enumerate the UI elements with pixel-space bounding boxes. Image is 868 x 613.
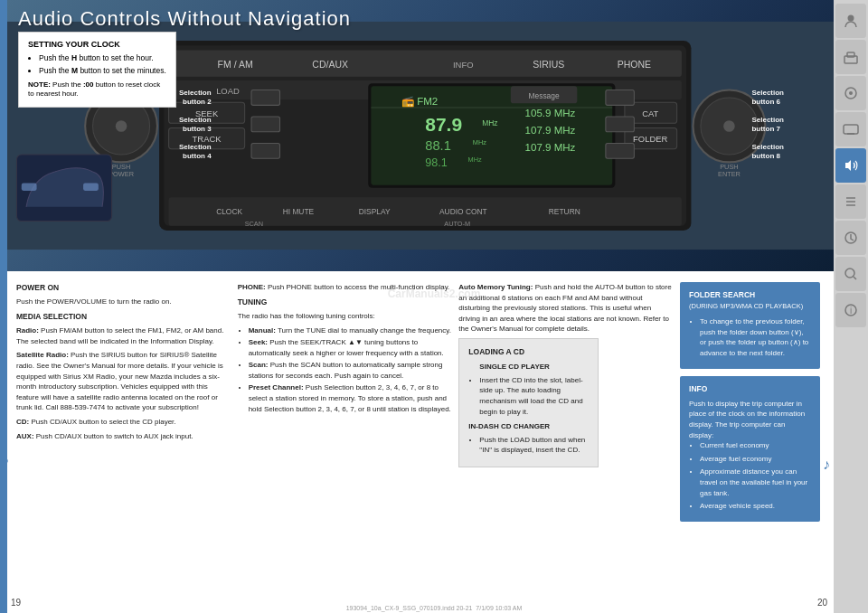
left-accent-bar xyxy=(0,0,7,613)
phone-text: PHONE: Push PHONE button to access the m… xyxy=(238,282,452,293)
svg-rect-49 xyxy=(606,117,635,132)
sel-btn-8-label: Selectionbutton 8 xyxy=(751,143,784,162)
media-selection-heading: MEDIA SELECTION xyxy=(16,311,231,322)
media-cd-text: CD: Push CD/AUX button to select the CD … xyxy=(16,417,231,428)
folder-search-heading: FOLDER SEARCH(during MP3/WMA CD playback… xyxy=(689,289,811,312)
sidebar-tab-7[interactable] xyxy=(835,257,866,291)
power-on-text: Push the POWER/VOLUME to turn the radio … xyxy=(16,297,231,307)
sidebar-tab-3[interactable] xyxy=(835,76,866,110)
clock-bullet-2: Push the M button to set the minutes. xyxy=(39,66,166,76)
clock-box-list: Push the H button to set the hour. Push … xyxy=(39,53,166,76)
single-cd-text: Insert the CD into the slot, label-side … xyxy=(479,375,589,417)
svg-text:INFO: INFO xyxy=(453,60,474,70)
svg-text:HI MUTE: HI MUTE xyxy=(283,207,315,216)
sidebar-tab-8[interactable]: i xyxy=(835,293,866,327)
tuning-manual: Manual: Turn the TUNE dial to manually c… xyxy=(249,325,452,336)
svg-text:RETURN: RETURN xyxy=(549,207,580,216)
auto-memory-text: Auto Memory Tuning: Push and hold the AU… xyxy=(458,282,673,335)
svg-rect-70 xyxy=(22,184,37,191)
tuning-heading: TUNING xyxy=(238,297,452,307)
indash-text: Push the LOAD button and when "IN" is di… xyxy=(479,435,589,456)
sel-btn-2-label: Selectionbutton 2 xyxy=(179,89,212,108)
svg-point-8 xyxy=(845,269,854,278)
sel-btn-6-label: Selectionbutton 6 xyxy=(751,89,784,108)
svg-text:Message: Message xyxy=(529,91,560,100)
info-list: Current fuel economy Average fuel econom… xyxy=(700,440,811,512)
sidebar-tab-1[interactable] xyxy=(835,4,866,38)
svg-text:CAT: CAT xyxy=(642,108,658,118)
svg-text:107.9 MHz: 107.9 MHz xyxy=(525,142,576,153)
tuning-preset: Preset Channel: Push Selection button 2,… xyxy=(249,382,452,414)
svg-point-0 xyxy=(848,15,854,22)
page-title: Audio Controls Without Navigation xyxy=(18,7,351,31)
info-bullet4: Average vehicle speed. xyxy=(700,501,811,512)
sel-btn-4-label: Selectionbutton 4 xyxy=(179,143,212,162)
sidebar-tab-5[interactable] xyxy=(835,184,866,219)
svg-point-61 xyxy=(116,120,127,132)
music-note-right-icon: ♪ xyxy=(823,457,830,473)
svg-text:POWER: POWER xyxy=(108,170,134,178)
main-content: Audio Controls Without Navigation FM / A… xyxy=(7,0,834,613)
top-section: Audio Controls Without Navigation FM / A… xyxy=(7,0,834,271)
footer-file-info: 193094_10a_CX-9_SSG_070109.indd 20-21 7/… xyxy=(346,605,523,611)
page-number-left: 19 xyxy=(11,598,21,608)
svg-text:SIRIUS: SIRIUS xyxy=(533,59,564,70)
svg-text:105.9 MHz: 105.9 MHz xyxy=(525,108,576,118)
svg-text:MHz: MHz xyxy=(468,156,482,164)
clock-box: SETTING YOUR CLOCK Push the H button to … xyxy=(18,32,176,108)
tuning-scan: Scan: Push the SCAN button to automatica… xyxy=(249,360,452,381)
right-sidebar: i xyxy=(834,0,868,613)
svg-text:AUDIO CONT: AUDIO CONT xyxy=(439,207,487,216)
svg-text:CD/AUX: CD/AUX xyxy=(312,59,348,70)
clock-bullet-1: Push the H button to set the hour. xyxy=(39,53,166,63)
indash-list: Push the LOAD button and when "IN" is di… xyxy=(479,435,589,456)
svg-text:MHz: MHz xyxy=(473,139,486,147)
col-auto-loading: Auto Memory Tuning: Push and hold the AU… xyxy=(458,282,673,606)
sel-btn-3-label: Selectionbutton 3 xyxy=(179,116,212,135)
col-power-media: POWER ON Push the POWER/VOLUME to turn t… xyxy=(16,282,231,606)
svg-text:87.9: 87.9 xyxy=(425,114,462,135)
svg-rect-48 xyxy=(606,90,635,106)
svg-text:SCAN: SCAN xyxy=(245,220,263,228)
info-bullet3: Approximate distance you can travel on t… xyxy=(700,467,811,498)
sidebar-tab-4[interactable] xyxy=(835,112,866,146)
svg-rect-6 xyxy=(847,133,854,135)
svg-text:CLOCK: CLOCK xyxy=(216,207,242,216)
col-phone-tuning: PHONE: Push PHONE button to access the m… xyxy=(238,282,452,606)
svg-text:FOLDER: FOLDER xyxy=(633,134,667,144)
media-satellite-text: Satellite Radio: Push the SIRIUS button … xyxy=(16,350,231,413)
page-number-right: 20 xyxy=(817,598,827,608)
svg-text:📻 FM2: 📻 FM2 xyxy=(401,95,438,108)
info-heading: INFO xyxy=(689,383,811,394)
info-box: INFO Push to display the trip computer i… xyxy=(680,376,820,522)
svg-text:ENTER: ENTER xyxy=(718,170,741,178)
loading-single-list: Single CD Player Insert the CD into the … xyxy=(479,362,589,417)
svg-rect-47 xyxy=(251,143,280,158)
svg-rect-50 xyxy=(606,143,635,158)
tuning-list: Manual: Turn the TUNE dial to manually c… xyxy=(249,325,452,415)
svg-text:PHONE: PHONE xyxy=(618,59,651,70)
svg-text:AUTO-M: AUTO-M xyxy=(444,220,470,228)
svg-rect-71 xyxy=(83,184,99,191)
music-note-icon: ♪ xyxy=(7,452,9,468)
sidebar-tab-6[interactable] xyxy=(835,221,866,255)
folder-search-box: FOLDER SEARCH(during MP3/WMA CD playback… xyxy=(680,282,820,369)
sidebar-tab-audio[interactable] xyxy=(835,148,866,183)
tuning-seek: Seek: Push the SEEK/TRACK ▲▼ tuning butt… xyxy=(249,337,452,358)
svg-rect-2 xyxy=(847,52,854,57)
power-on-heading: POWER ON xyxy=(16,282,231,293)
indash-heading: In-Dash CD Changer xyxy=(468,421,589,432)
folder-search-subheading: (during MP3/WMA CD playback) xyxy=(689,302,803,310)
svg-rect-25 xyxy=(371,107,612,108)
tuning-intro: The radio has the following tuning contr… xyxy=(238,311,452,322)
single-cd-heading: Single CD Player xyxy=(479,362,589,373)
svg-text:MHz: MHz xyxy=(482,118,497,127)
info-bullet2: Average fuel economy xyxy=(700,454,811,465)
svg-text:LOAD: LOAD xyxy=(216,86,240,96)
info-bullet1: Current fuel economy xyxy=(700,440,811,451)
svg-text:FM / AM: FM / AM xyxy=(218,59,253,70)
media-radio-text: Radio: Push FM/AM button to select the F… xyxy=(16,325,231,346)
sidebar-tab-2[interactable] xyxy=(835,40,866,74)
svg-rect-5 xyxy=(844,125,858,134)
loading-cd-heading: LOADING A CD xyxy=(468,346,589,357)
